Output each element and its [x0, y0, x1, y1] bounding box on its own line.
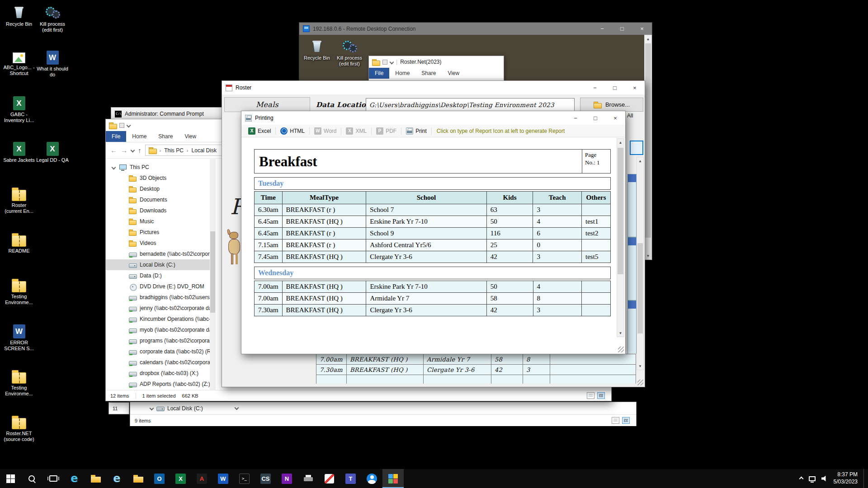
- desktop-icon-abc-logo-shortcut[interactable]: ABC_Logo... - Shortcut: [3, 50, 35, 76]
- tab-meals[interactable]: Meals: [224, 97, 310, 112]
- roster-titlebar[interactable]: Roster − □ ×: [222, 81, 645, 94]
- ribbon-tab-file[interactable]: File: [369, 68, 389, 79]
- nav-item-bradhiggins-abc-ts02-users-h[interactable]: bradhiggins (\\abc-ts02\users) (H: [106, 292, 210, 303]
- nav-item-calendars-abc-ts02-corporate-d[interactable]: calendars (\\abc-ts02\corporate d: [106, 357, 210, 368]
- taskbar-excel[interactable]: X: [170, 469, 191, 488]
- taskbar-visual-studio[interactable]: CS: [255, 469, 276, 488]
- nav-item-kincumber-operations-abc-ts0[interactable]: Kincumber Operations (\\abc-ts0: [106, 314, 210, 324]
- desktop-icon-kill-process-edit-first[interactable]: Kill process (edit first): [36, 5, 69, 33]
- ribbon-tab-view[interactable]: View: [179, 131, 202, 142]
- data-location-input[interactable]: [366, 98, 575, 111]
- rdp-titlebar[interactable]: 192.168.0.6 - Remote Desktop Connection …: [299, 23, 652, 35]
- taskbar-clock[interactable]: 8:37 PM 5/03/2023: [834, 471, 858, 485]
- ribbon-tab-view[interactable]: View: [442, 68, 465, 79]
- nav-item-music[interactable]: Music: [106, 216, 210, 227]
- explorer2-tree-item[interactable]: Local Disk (C:): [167, 405, 203, 412]
- rdp-close-button[interactable]: ×: [632, 23, 652, 35]
- printing-minimize-button[interactable]: −: [566, 111, 585, 125]
- scroll-up-icon[interactable]: ▲: [637, 157, 643, 164]
- scroll-down-icon[interactable]: ▼: [637, 362, 643, 370]
- nav-item-jenny-abc-ts02-corporate-data[interactable]: jenny (\\abc-ts02\corporate data): [106, 303, 210, 314]
- taskbar-word[interactable]: W: [212, 469, 234, 488]
- network-icon[interactable]: [809, 476, 816, 481]
- taskbar-internet-explorer[interactable]: e: [106, 469, 127, 488]
- taskbar-task-view[interactable]: [42, 469, 64, 488]
- roster-close-button[interactable]: ×: [625, 81, 645, 94]
- nav-item-downloads[interactable]: Downloads: [106, 205, 210, 216]
- nav-item-bernadette-abc-ts02-corporate[interactable]: bernadette (\\abc-ts02\corporate: [106, 249, 210, 259]
- scroll-up-icon[interactable]: ▲: [645, 35, 651, 42]
- nav-item-myob-abc-ts02-corporate-data[interactable]: myob (\\abc-ts02\corporate data: [106, 324, 210, 335]
- roster-minimize-button[interactable]: −: [585, 81, 605, 94]
- nav-item-local-disk-c[interactable]: Local Disk (C:): [106, 259, 210, 270]
- taskbar-file-explorer[interactable]: [85, 469, 106, 488]
- nav-item-corporate-data-abc-ts02-r[interactable]: corporate data (\\abc-ts02) (R:): [106, 346, 210, 357]
- toolbar-button-print[interactable]: Print: [403, 127, 430, 136]
- desktop-icon-legal-dd-qa[interactable]: Legal DD - QA: [36, 141, 69, 163]
- quick-access-icon[interactable]: [382, 60, 387, 65]
- nav-item-3d-objects[interactable]: 3D Objects: [106, 173, 210, 183]
- desktop-icon-sabre-jackets[interactable]: Sabre Jackets: [3, 141, 35, 163]
- nav-item-desktop[interactable]: Desktop: [106, 183, 210, 194]
- taskbar-folder[interactable]: [127, 469, 149, 488]
- desktop-icon-roster-net-source-code[interactable]: Roster.NET (source code): [3, 415, 35, 442]
- scrollbar-thumb[interactable]: [637, 243, 643, 333]
- scroll-down-icon[interactable]: ▼: [645, 252, 651, 259]
- roster-vertical-scrollbar[interactable]: ▲ ▼: [637, 157, 644, 370]
- printing-titlebar[interactable]: Printing − □ ×: [241, 111, 625, 125]
- taskbar-teams[interactable]: T: [340, 469, 361, 488]
- ribbon-tab-share[interactable]: Share: [152, 131, 179, 142]
- chevron-down-icon[interactable]: [127, 123, 131, 127]
- nav-item-documents[interactable]: Documents: [106, 194, 210, 205]
- rdp-maximize-button[interactable]: □: [612, 23, 632, 35]
- chevron-down-icon[interactable]: [131, 148, 135, 153]
- scrollbar-thumb[interactable]: [645, 43, 651, 238]
- desktop-icon-testing-environme[interactable]: Testing Environme...: [3, 370, 35, 397]
- desktop-icon-readme[interactable]: README: [3, 233, 35, 254]
- taskbar-edge[interactable]: e: [64, 469, 85, 488]
- taskbar-people[interactable]: [361, 469, 382, 488]
- nav-item-data-d[interactable]: Data (D:): [106, 270, 210, 281]
- volume-icon[interactable]: [821, 476, 828, 482]
- details-view-icon[interactable]: [587, 392, 594, 399]
- taskbar-search[interactable]: [21, 469, 42, 488]
- nav-item-dropbox-abc-ts03-x[interactable]: dropbox (\\abc-ts03) (X:): [106, 368, 210, 379]
- printing-maximize-button[interactable]: □: [585, 111, 605, 125]
- nav-item-programs-abc-ts02-corporate-d[interactable]: programs (\\abc-ts02\corporate d: [106, 335, 210, 346]
- rdp-vertical-scrollbar[interactable]: ▲ ▼: [644, 35, 652, 260]
- roster-grid-row[interactable]: 7.30amBREAKFAST (HQ )Clergate Yr 3-6423: [316, 365, 636, 375]
- chevron-down-icon[interactable]: [390, 60, 394, 64]
- toolbar-button-word[interactable]: Word: [311, 127, 340, 136]
- scroll-up-icon[interactable]: ▲: [617, 139, 624, 146]
- printing-close-button[interactable]: ×: [605, 111, 625, 125]
- toolbar-button-xml[interactable]: XML: [343, 127, 370, 136]
- nav-item-dvd-drive-e-dvd-rom[interactable]: DVD Drive (E:) DVD_ROM: [106, 281, 210, 292]
- breadcrumb-item[interactable]: This PC: [164, 147, 184, 154]
- thumbnails-view-icon[interactable]: [622, 417, 630, 424]
- desktop-icon-gabc-inventory-li[interactable]: GABC - Inventory Li...: [3, 96, 35, 123]
- nav-item-adp-reports-abc-ts02-z[interactable]: ADP Reports (\\abc-ts02) (Z:): [106, 379, 210, 389]
- taskbar-outlook[interactable]: O: [149, 469, 170, 488]
- desktop-icon-testing-environme[interactable]: Testing Environme...: [3, 278, 35, 305]
- taskbar-acrobat[interactable]: A: [191, 469, 212, 488]
- chevron-down-icon[interactable]: [150, 406, 154, 411]
- roster-maximize-button[interactable]: □: [605, 81, 625, 94]
- breadcrumb-item[interactable]: Local Disk: [192, 147, 217, 154]
- explorer2-tree-row[interactable]: Local Disk (C:): [130, 402, 636, 414]
- nav-item-pictures[interactable]: Pictures: [106, 227, 210, 238]
- thumbnails-view-icon[interactable]: [597, 392, 605, 399]
- nav-scrollbar[interactable]: [210, 159, 216, 390]
- roster-grid-row[interactable]: 7.00amBREAKFAST (HQ )Armidale Yr 7588: [316, 354, 636, 365]
- nav-item-this-pc[interactable]: This PC: [106, 162, 210, 173]
- browse-button[interactable]: Browse...: [580, 98, 643, 112]
- chevron-down-icon[interactable]: [235, 406, 239, 410]
- ribbon-tab-share[interactable]: Share: [415, 68, 442, 79]
- roster-grid-row[interactable]: [316, 375, 636, 384]
- rdp-minimize-button[interactable]: −: [592, 23, 612, 35]
- up-icon[interactable]: ↑: [138, 147, 142, 154]
- show-desktop-button[interactable]: [863, 469, 866, 488]
- rdp-desktop-icon-kill-process-edit-first[interactable]: Kill process (edit first): [335, 38, 364, 67]
- desktop-icon-error-screen-s[interactable]: ERROR SCREEN S...: [3, 324, 35, 352]
- ribbon-tab-home[interactable]: Home: [389, 68, 415, 79]
- ribbon-tab-home[interactable]: Home: [126, 131, 152, 142]
